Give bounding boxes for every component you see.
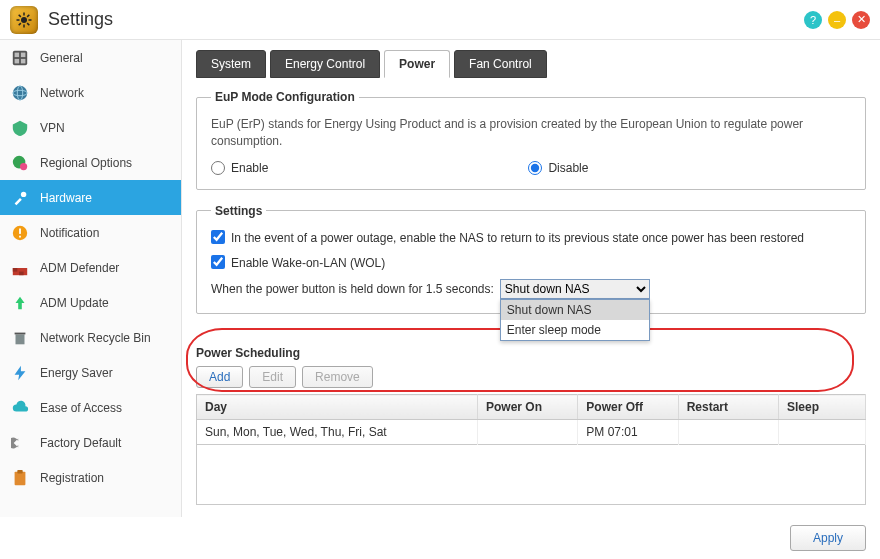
eup-enable-radio[interactable]: Enable <box>211 161 268 175</box>
sidebar-item-label: ADM Defender <box>40 261 119 275</box>
eup-disable-radio[interactable]: Disable <box>528 161 588 175</box>
restore-power-checkbox[interactable] <box>211 230 225 244</box>
dropdown-option-shutdown[interactable]: Shut down NAS <box>501 300 649 320</box>
power-button-select[interactable]: Shut down NAS <box>500 279 650 299</box>
svg-point-18 <box>20 163 27 170</box>
svg-rect-29 <box>17 469 22 473</box>
sidebar-item-label: Notification <box>40 226 99 240</box>
sidebar-item-label: Hardware <box>40 191 92 205</box>
sidebar-item-factorydefault[interactable]: Factory Default <box>0 425 181 460</box>
sidebar-item-label: ADM Update <box>40 296 109 310</box>
cell-day: Sun, Mon, Tue, Wed, Thu, Fri, Sat <box>197 420 478 445</box>
col-poweron: Power On <box>477 395 577 420</box>
sidebar-item-update[interactable]: ADM Update <box>0 285 181 320</box>
edit-button[interactable]: Edit <box>249 366 296 388</box>
dropdown-option-sleep[interactable]: Enter sleep mode <box>501 320 649 340</box>
eup-disable-input[interactable] <box>528 161 542 175</box>
firewall-icon <box>10 258 30 278</box>
tab-energy-control[interactable]: Energy Control <box>270 50 380 78</box>
tab-power[interactable]: Power <box>384 50 450 78</box>
cloud-icon <box>10 398 30 418</box>
sidebar-item-label: Network Recycle Bin <box>40 331 151 345</box>
svg-rect-24 <box>13 268 17 272</box>
table-header-row: Day Power On Power Off Restart Sleep <box>197 395 866 420</box>
cell-sleep <box>779 420 866 445</box>
power-button-dropdown: Shut down NAS Enter sleep mode <box>500 299 650 341</box>
remove-button[interactable]: Remove <box>302 366 373 388</box>
cell-poweron <box>477 420 577 445</box>
sidebar-item-defender[interactable]: ADM Defender <box>0 250 181 285</box>
tab-fan-control[interactable]: Fan Control <box>454 50 547 78</box>
cell-poweroff: PM 07:01 <box>578 420 678 445</box>
eup-legend: EuP Mode Configuration <box>211 90 359 104</box>
sidebar: General Network VPN Regional Options Har… <box>0 40 182 517</box>
vpn-icon <box>10 118 30 138</box>
sidebar-item-label: Network <box>40 86 84 100</box>
dashboard-icon <box>10 48 30 68</box>
eup-enable-input[interactable] <box>211 161 225 175</box>
trash-icon <box>10 328 30 348</box>
col-sleep: Sleep <box>779 395 866 420</box>
table-row[interactable]: Sun, Mon, Tue, Wed, Thu, Fri, Sat PM 07:… <box>197 420 866 445</box>
settings-window: Settings ? – ✕ General Network VPN Regio… <box>0 0 880 559</box>
sidebar-item-vpn[interactable]: VPN <box>0 110 181 145</box>
svg-rect-12 <box>15 58 20 63</box>
sidebar-item-recyclebin[interactable]: Network Recycle Bin <box>0 320 181 355</box>
window-title: Settings <box>48 9 113 30</box>
eup-enable-label: Enable <box>231 161 268 175</box>
sidebar-item-label: VPN <box>40 121 65 135</box>
power-scheduling-heading: Power Scheduling <box>196 346 866 360</box>
bolt-icon <box>10 363 30 383</box>
sidebar-item-regional[interactable]: Regional Options <box>0 145 181 180</box>
alert-icon <box>10 223 30 243</box>
col-day: Day <box>197 395 478 420</box>
col-restart: Restart <box>678 395 778 420</box>
settings-fieldset: Settings In the event of a power outage,… <box>196 204 866 315</box>
svg-rect-10 <box>15 52 20 57</box>
apply-button[interactable]: Apply <box>790 525 866 551</box>
schedule-button-bar: Add Edit Remove <box>196 366 866 388</box>
restore-power-checkbox-row[interactable]: In the event of a power outage, enable t… <box>211 230 851 247</box>
sidebar-item-general[interactable]: General <box>0 40 181 75</box>
clipboard-icon <box>10 468 30 488</box>
app-icon <box>10 6 38 34</box>
schedule-scroll-area[interactable] <box>196 445 866 505</box>
tools-icon <box>10 188 30 208</box>
svg-point-0 <box>21 17 27 23</box>
close-button[interactable]: ✕ <box>852 11 870 29</box>
svg-rect-27 <box>15 332 26 334</box>
eup-description: EuP (ErP) stands for Energy Using Produc… <box>211 116 851 151</box>
sidebar-item-label: Energy Saver <box>40 366 113 380</box>
sidebar-item-label: Regional Options <box>40 156 132 170</box>
sidebar-item-label: Ease of Access <box>40 401 122 415</box>
svg-line-6 <box>27 23 29 25</box>
main-panel: System Energy Control Power Fan Control … <box>182 40 880 517</box>
svg-line-8 <box>27 14 29 16</box>
svg-rect-13 <box>21 58 26 63</box>
sidebar-item-energy[interactable]: Energy Saver <box>0 355 181 390</box>
svg-rect-26 <box>16 334 25 344</box>
settings-legend: Settings <box>211 204 266 218</box>
sidebar-item-hardware[interactable]: Hardware <box>0 180 181 215</box>
sidebar-item-network[interactable]: Network <box>0 75 181 110</box>
svg-rect-11 <box>21 52 26 57</box>
svg-point-19 <box>21 191 26 196</box>
wol-checkbox[interactable] <box>211 255 225 269</box>
footer: Apply <box>0 517 880 559</box>
svg-line-7 <box>19 23 21 25</box>
help-button[interactable]: ? <box>804 11 822 29</box>
sidebar-item-registration[interactable]: Registration <box>0 460 181 495</box>
add-button[interactable]: Add <box>196 366 243 388</box>
tab-system[interactable]: System <box>196 50 266 78</box>
cell-restart <box>678 420 778 445</box>
sidebar-item-notification[interactable]: Notification <box>0 215 181 250</box>
minimize-button[interactable]: – <box>828 11 846 29</box>
col-poweroff: Power Off <box>578 395 678 420</box>
svg-rect-28 <box>15 471 26 485</box>
eup-fieldset: EuP Mode Configuration EuP (ErP) stands … <box>196 90 866 190</box>
tabs: System Energy Control Power Fan Control <box>196 50 866 78</box>
globe-icon <box>10 83 30 103</box>
sidebar-item-easeaccess[interactable]: Ease of Access <box>0 390 181 425</box>
titlebar: Settings ? – ✕ <box>0 0 880 40</box>
wol-checkbox-row[interactable]: Enable Wake-on-LAN (WOL) <box>211 255 851 272</box>
